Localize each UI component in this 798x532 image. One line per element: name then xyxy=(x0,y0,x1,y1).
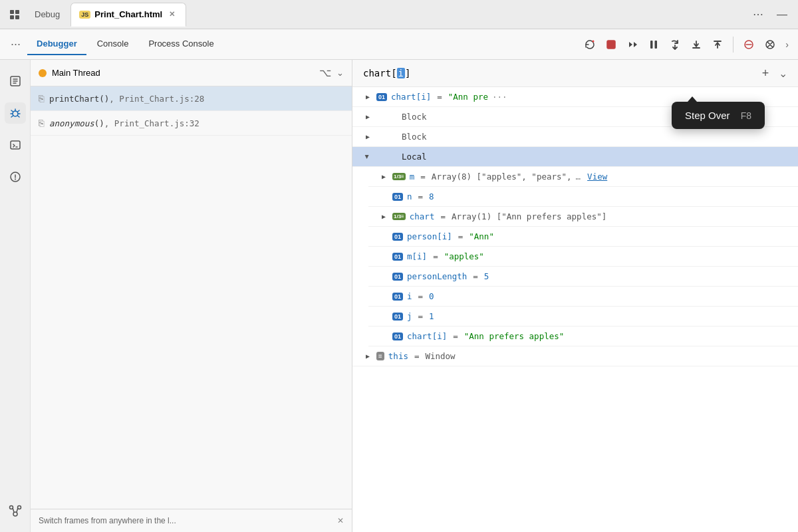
var-value: 8 xyxy=(429,192,434,201)
grid-icon[interactable] xyxy=(5,5,24,24)
sidebar-icon-bug[interactable] xyxy=(5,102,26,124)
sidebar-icon-warning[interactable] xyxy=(5,166,26,188)
var-row-this[interactable]: ▶ ≡ this = Window xyxy=(352,346,798,366)
var-value: Window xyxy=(425,351,455,361)
toolbar-more-button[interactable]: ··· xyxy=(5,35,26,54)
tab-window-button[interactable]: — xyxy=(771,6,793,23)
stop-button[interactable] xyxy=(601,35,621,55)
sidebar: Main Thread ⌥ ⌄ ⎘ printChart(), Print_Ch… xyxy=(0,60,352,532)
var-eq: = xyxy=(440,211,446,221)
svg-rect-7 xyxy=(655,41,658,49)
thread-chevron[interactable]: ⌄ xyxy=(336,68,344,78)
var-value: "apples" xyxy=(444,251,484,261)
var-chevron[interactable]: ▶ xyxy=(363,132,372,142)
var-chevron[interactable]: ▶ xyxy=(379,212,388,221)
tab-js-badge: JS xyxy=(79,11,90,19)
tab-more-button[interactable]: ⋯ xyxy=(747,5,769,23)
deactivate-button[interactable] xyxy=(739,35,759,55)
var-type-badge: 1/3≡ xyxy=(392,213,406,220)
var-eq: = xyxy=(458,231,464,241)
step-out-button[interactable] xyxy=(708,35,728,55)
var-key: m xyxy=(410,172,415,182)
var-chevron[interactable]: ▶ xyxy=(379,172,388,182)
var-type-badge: 01 xyxy=(392,293,403,301)
var-eq: = xyxy=(418,311,424,321)
sidebar-icon-1[interactable] xyxy=(5,70,26,92)
var-row-block-2[interactable]: ▶ Block xyxy=(352,127,798,147)
tab-process-console[interactable]: Process Console xyxy=(139,33,223,55)
watch-index: i xyxy=(397,68,405,78)
reload-button[interactable] xyxy=(580,35,600,55)
thread-status-dot xyxy=(39,69,47,77)
var-type-badge: 1/3≡ xyxy=(392,173,406,180)
tab-file[interactable]: JS Print_Chart.html ✕ xyxy=(70,3,186,27)
tab-debugger[interactable]: Debugger xyxy=(27,33,86,55)
var-key: i xyxy=(407,291,412,301)
var-row-person-i[interactable]: ▶ 01 person[i] = "Ann" xyxy=(368,227,798,247)
var-chevron[interactable]: ▶ xyxy=(363,152,372,162)
svg-rect-5 xyxy=(607,41,615,49)
var-type-badge: 01 xyxy=(376,93,387,101)
frame-icon: ⎘ xyxy=(39,93,44,104)
var-value: 0 xyxy=(429,291,434,301)
var-chevron[interactable]: ▶ xyxy=(363,92,372,102)
var-row-m-i[interactable]: ▶ 01 m[i] = "apples" xyxy=(368,247,798,267)
tab-bar: Debug JS Print_Chart.html ✕ ⋯ — xyxy=(0,0,798,29)
tooltip-label: Step Over xyxy=(685,110,730,121)
svg-rect-12 xyxy=(11,141,20,149)
frame-icon: ⎘ xyxy=(39,118,44,128)
var-key: this xyxy=(388,351,408,361)
var-key: Local xyxy=(402,152,427,162)
frame-item[interactable]: ⎘ anonymous(), Print_Chart.js:32 xyxy=(31,111,352,136)
var-value: Array(1) ["Ann prefers apples"] xyxy=(452,211,606,221)
var-key: n xyxy=(407,192,412,201)
var-view-link[interactable]: View xyxy=(587,172,607,182)
sidebar-icon-source[interactable] xyxy=(5,500,26,521)
step-in-button[interactable] xyxy=(686,35,706,55)
svg-point-14 xyxy=(13,512,17,516)
var-value: Array(8) ["apples", "pears", xyxy=(432,172,572,182)
tab-console[interactable]: Console xyxy=(88,33,138,55)
sidebar-icon-terminal[interactable] xyxy=(5,134,26,156)
toolbar: ··· Debugger Console Process Console xyxy=(0,29,798,60)
var-eq: = xyxy=(414,351,420,361)
var-type-badge: 01 xyxy=(392,233,403,241)
var-chevron[interactable]: ▶ xyxy=(363,112,372,122)
tab-close-button[interactable]: ✕ xyxy=(166,9,178,20)
var-type-badge: 01 xyxy=(392,273,403,281)
var-eq: = xyxy=(437,92,442,102)
var-row-i[interactable]: ▶ 01 i = 0 xyxy=(368,287,798,307)
step-over-button[interactable] xyxy=(665,35,685,55)
pause-button[interactable] xyxy=(644,35,664,55)
tab-debug[interactable]: Debug xyxy=(27,3,68,27)
step-skip-button[interactable] xyxy=(622,35,642,55)
var-row-m[interactable]: ▶ 1/3≡ m = Array(8) ["apples", "pears", … xyxy=(368,167,798,187)
var-row-n[interactable]: ▶ 01 n = 8 xyxy=(368,187,798,207)
thread-filter-button[interactable]: ⌥ xyxy=(319,66,331,79)
var-key: personLength xyxy=(407,271,467,281)
watch-chevron[interactable]: ⌄ xyxy=(779,67,787,80)
variables-panel: chart[i] + ⌄ ▶ 01 chart[i] = "Ann pre ··… xyxy=(352,60,798,532)
var-ellipsis: ··· xyxy=(492,92,507,102)
clear-button[interactable] xyxy=(760,35,780,55)
watch-add-button[interactable]: + xyxy=(757,65,773,81)
var-row-j[interactable]: ▶ 01 j = 1 xyxy=(368,307,798,327)
var-eq: = xyxy=(418,291,424,301)
tab-file-label: Print_Chart.html xyxy=(94,9,162,19)
var-row-local[interactable]: ▶ Local xyxy=(352,147,798,167)
frame-item[interactable]: ⎘ printChart(), Print_Chart.js:28 xyxy=(31,86,352,111)
var-row-chart-i-2[interactable]: ▶ 01 chart[i] = "Ann prefers apples" xyxy=(368,327,798,346)
sidebar-status-close[interactable]: ✕ xyxy=(337,516,344,525)
var-chevron[interactable]: ▶ xyxy=(363,352,372,361)
var-type-badge: 01 xyxy=(392,193,403,201)
var-key: chart[i] xyxy=(407,331,447,341)
svg-marker-17 xyxy=(688,96,697,102)
var-row-chart[interactable]: ▶ 1/3≡ chart = Array(1) ["Ann prefers ap… xyxy=(368,207,798,227)
thread-label: Main Thread xyxy=(52,68,314,78)
toolbar-expand-button[interactable]: › xyxy=(781,37,793,53)
tooltip-overlay: Step Over F8 xyxy=(672,96,765,129)
watch-bracket-open: [ xyxy=(391,68,396,78)
watch-var-name: chart xyxy=(363,68,391,78)
var-row-person-length[interactable]: ▶ 01 personLength = 5 xyxy=(368,267,798,287)
var-key: Block xyxy=(402,112,427,122)
